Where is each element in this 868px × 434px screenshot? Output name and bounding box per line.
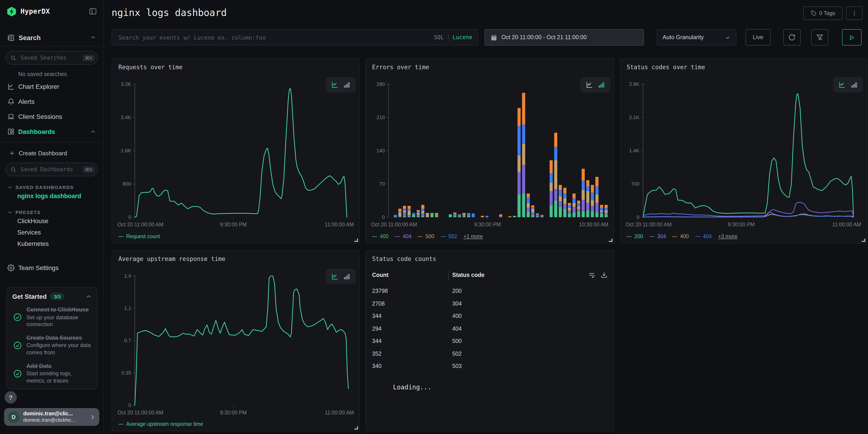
panel-average-upstream-response-time: Average upstream response time Average u… — [112, 250, 360, 431]
chart-canvas-requests[interactable]: 08001.6K2.4K3.2KOct 20 11:00:00 AM9:30:0… — [116, 78, 356, 230]
legend-item-404[interactable]: 404 — [695, 234, 712, 239]
panel-title: Status code counts — [372, 255, 436, 262]
tree-section-label[interactable]: PRESETS — [0, 210, 103, 215]
bar-chart-toggle-icon[interactable] — [851, 81, 858, 88]
saved-searches-field[interactable] — [20, 54, 83, 61]
legend-item-500[interactable]: 500 — [418, 234, 434, 239]
resize-handle[interactable] — [609, 239, 613, 242]
sidebar-item-alerts[interactable]: Alerts — [0, 96, 103, 107]
get-started-item[interactable]: Connect to ClickHouseSet up your databas… — [12, 307, 92, 328]
tag-icon — [811, 10, 816, 16]
tree-item-clickhouse[interactable]: ClickHouse — [0, 216, 103, 226]
resize-handle[interactable] — [862, 239, 865, 242]
wrap-text-icon[interactable] — [588, 272, 595, 278]
line-chart-toggle-icon[interactable] — [331, 81, 338, 88]
bar-chart-toggle-icon[interactable] — [598, 81, 605, 88]
bar-chart-toggle-icon[interactable] — [343, 81, 350, 88]
legend-item-400[interactable]: 400 — [372, 234, 389, 239]
column-resize-handle[interactable] — [448, 272, 449, 280]
legend-swatch — [372, 236, 377, 237]
granularity-value: Auto Granularity — [662, 34, 704, 40]
download-icon[interactable] — [601, 272, 608, 278]
svg-text:2.1K: 2.1K — [629, 115, 640, 120]
legend-item-404[interactable]: 404 — [395, 234, 411, 239]
panel-status-codes-over-time: Status codes over time 200304400404+3 mo… — [620, 58, 867, 244]
table-row[interactable]: 2708304 — [372, 299, 608, 310]
chevron-up-icon[interactable] — [86, 293, 92, 300]
user-account-button[interactable]: D dominic.tran@clic... dominic.tran@clic… — [4, 408, 99, 426]
legend-item-200[interactable]: 200 — [627, 234, 643, 239]
legend-item-304[interactable]: 304 — [649, 234, 666, 239]
sql-mode-button[interactable]: SQL — [434, 34, 444, 40]
sidebar-item-search[interactable]: Search — [0, 33, 103, 46]
sidebar-collapse-icon[interactable] — [89, 7, 97, 16]
table-row[interactable]: 344400 — [372, 311, 608, 323]
table-row[interactable]: 294404 — [372, 323, 608, 335]
chart-type-toggle[interactable] — [580, 77, 610, 92]
lucene-mode-button[interactable]: Lucene — [453, 34, 472, 40]
legend-item-average-upstream-response-time[interactable]: Average upstream response time — [118, 421, 203, 427]
saved-dashboards-input[interactable]: ⌘K — [5, 162, 98, 176]
legend-item-502[interactable]: 502 — [441, 234, 457, 239]
sidebar-item-client-sessions[interactable]: Client Sessions — [0, 111, 103, 123]
line-chart-toggle-icon[interactable] — [838, 81, 846, 88]
cell-count: 344 — [372, 313, 382, 319]
chevron-up-icon[interactable] — [90, 129, 96, 134]
get-started-item[interactable]: Add DataStart sending logs, metrics, or … — [12, 363, 92, 384]
svg-text:9:30:00 PM: 9:30:00 PM — [220, 222, 247, 227]
get-started-item-desc: Start sending logs, metrics, or traces — [26, 370, 92, 384]
saved-dashboards-field[interactable] — [20, 166, 83, 173]
legend-more-link[interactable]: +3 more — [718, 234, 738, 239]
event-search-field[interactable] — [118, 33, 434, 41]
chart-canvas-avg_upstream[interactable]: 00.350.71.11.4Oct 20 11:00:00 AM9:30:00 … — [116, 270, 356, 418]
legend-item-request-count[interactable]: Request count — [118, 234, 160, 239]
resize-handle[interactable] — [354, 426, 358, 429]
date-range-picker[interactable]: Oct 20 11:00:00 - Oct 21 11:00:00 — [485, 29, 644, 45]
svg-text:70: 70 — [379, 181, 385, 187]
kebab-menu-button[interactable] — [846, 6, 863, 20]
granularity-select[interactable]: Auto Granularity — [657, 29, 736, 45]
get-started-item-title: Connect to ClickHouse — [26, 307, 92, 314]
chart-type-toggle[interactable] — [833, 77, 863, 92]
resize-handle[interactable] — [354, 239, 358, 242]
get-started-item[interactable]: Create Data SourcesConfigure where your … — [12, 335, 92, 356]
table-row[interactable]: 23798200 — [372, 286, 608, 298]
table-row[interactable]: 352502 — [372, 349, 608, 361]
event-search-input[interactable]: SQL Lucene — [112, 29, 478, 45]
svg-text:1.4: 1.4 — [124, 273, 131, 279]
tree-section-label[interactable]: SAVED DASHBOARDS — [0, 184, 103, 190]
svg-text:0.7: 0.7 — [124, 338, 131, 343]
bar-chart-toggle-icon[interactable] — [343, 273, 350, 280]
svg-text:2.4K: 2.4K — [121, 115, 131, 120]
team-settings-label: Team Settings — [18, 264, 96, 272]
help-button[interactable]: ? — [5, 391, 17, 403]
legend-more-link[interactable]: +1 more — [464, 234, 483, 239]
sidebar-item-team-settings[interactable]: Team Settings — [0, 262, 103, 274]
sidebar-item-chart-explorer[interactable]: Chart Explorer — [0, 81, 103, 92]
chevron-up-icon[interactable] — [90, 35, 96, 40]
divider — [0, 142, 103, 143]
table-row[interactable]: 340503 — [372, 361, 608, 373]
chart-canvas-status_codes[interactable]: 07001.4K2.1K2.8KOct 20 11:00:00 AM9:30:0… — [624, 78, 864, 230]
refresh-button[interactable] — [783, 29, 801, 45]
get-started-item-title: Add Data — [26, 363, 92, 370]
chart-canvas-errors[interactable]: 070140210280Oct 20 11:00:00 AM9:30:00 PM… — [369, 78, 611, 230]
tree-item-services[interactable]: Services — [0, 227, 103, 238]
line-chart-toggle-icon[interactable] — [331, 273, 338, 280]
run-query-button[interactable] — [842, 29, 862, 45]
column-header-status-code[interactable]: Status code — [452, 272, 485, 278]
legend-item-400[interactable]: 400 — [673, 234, 689, 239]
live-button[interactable]: Live — [745, 29, 771, 45]
filter-button[interactable] — [811, 29, 828, 45]
sidebar-item-dashboards[interactable]: Dashboards — [0, 126, 103, 137]
tree-item-kubernetes[interactable]: Kubernetes — [0, 239, 103, 249]
tags-button[interactable]: 0 Tags — [803, 6, 842, 20]
column-header-count[interactable]: Count — [372, 272, 389, 278]
saved-searches-input[interactable]: ⌘K — [5, 51, 98, 65]
tree-item-nginx-logs-dashboard[interactable]: nginx logs dashboard — [0, 191, 103, 201]
create-dashboard-button[interactable]: Create Dashboard — [0, 148, 103, 158]
chart-type-toggle[interactable] — [326, 269, 356, 284]
table-row[interactable]: 344500 — [372, 336, 608, 348]
line-chart-toggle-icon[interactable] — [586, 81, 593, 88]
chart-type-toggle[interactable] — [326, 77, 356, 92]
